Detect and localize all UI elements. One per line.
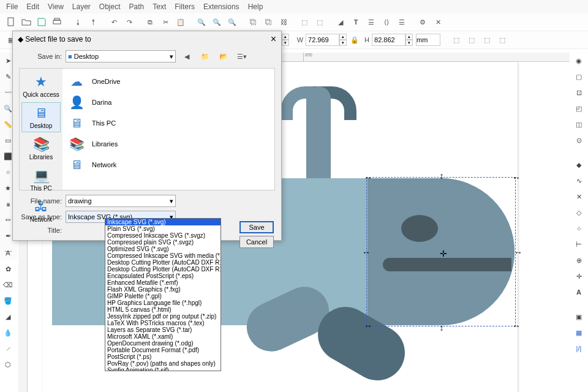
zoom-sel-icon[interactable]: 🔍 <box>194 15 209 29</box>
snap-node-icon[interactable]: ◆ <box>572 158 586 172</box>
file-this-pc[interactable]: 🖥This PC <box>65 113 272 134</box>
ungroup-icon[interactable]: ⬚ <box>312 15 327 29</box>
docprops-icon[interactable]: ✕ <box>431 15 445 29</box>
cut-icon[interactable]: ✂ <box>158 15 173 29</box>
import-icon[interactable]: ⭳ <box>70 15 85 29</box>
export-icon[interactable]: ⭱ <box>86 15 100 29</box>
snap-page-icon[interactable]: ▣ <box>572 310 586 323</box>
snap-edge-icon[interactable]: ⊡ <box>572 86 586 99</box>
snap-bbox-icon[interactable]: ▢ <box>572 70 586 83</box>
menu-edit[interactable]: Edit <box>26 2 39 11</box>
format-option[interactable]: Enhanced Metafile (*.emf) <box>105 279 221 286</box>
snap-guide-icon[interactable]: |/| <box>572 342 586 355</box>
copy-icon[interactable]: ⧉ <box>143 15 157 29</box>
place-libraries[interactable]: 📚Libraries <box>21 134 61 164</box>
snap-enable-icon[interactable]: ◉ <box>572 54 586 67</box>
file-list[interactable]: ☁OneDrive👤Darina🖥This PC📚Libraries🖥Netwo… <box>62 69 274 190</box>
format-option[interactable]: Compressed Inkscape SVG (*.svgz) <box>105 232 221 239</box>
format-option[interactable]: GIMP Palette (*.gpl) <box>105 293 221 300</box>
save-icon[interactable] <box>34 15 49 29</box>
format-option[interactable]: HTML 5 canvas (*.html) <box>105 306 221 313</box>
text-tool-icon[interactable]: A <box>1 246 15 260</box>
menu-extensions[interactable]: Extensions <box>203 2 239 11</box>
eraser-tool-icon[interactable]: ⌫ <box>1 278 15 292</box>
place-desktop[interactable]: 🖥Desktop <box>21 102 61 132</box>
format-option[interactable]: Flash XML Graphics (*.fxg) <box>105 286 221 293</box>
affect-corner-icon[interactable]: ⬚ <box>464 32 479 47</box>
close-icon[interactable]: × <box>271 34 276 45</box>
menu-help[interactable]: Help <box>248 2 263 11</box>
format-option[interactable]: Desktop Cutting Plotter (AutoCAD DXF R14… <box>105 266 221 273</box>
print-icon[interactable] <box>50 15 64 29</box>
format-option[interactable]: Compressed plain SVG (*.svgz) <box>105 239 221 246</box>
new-doc-icon[interactable] <box>4 15 18 29</box>
snap-mid-icon[interactable]: ◫ <box>572 118 586 131</box>
format-option[interactable]: Compressed Inkscape SVG with media (*.zi… <box>105 252 221 259</box>
group-icon[interactable]: ⬚ <box>297 15 312 29</box>
menu-path[interactable]: Path <box>129 2 145 11</box>
save-button[interactable]: Save <box>239 221 274 233</box>
save-in-combo[interactable]: ■ Desktop ▾ <box>66 50 176 62</box>
format-option[interactable]: Inkscape SVG (*.svg) <box>105 219 221 225</box>
zoom-draw-icon[interactable]: 🔍 <box>209 15 224 29</box>
snap-rot-center-icon[interactable]: ✛ <box>572 270 586 283</box>
open-icon[interactable] <box>19 15 34 29</box>
newfolder-icon[interactable]: 📂 <box>216 49 231 64</box>
snap-obj-center-icon[interactable]: ⊕ <box>572 254 586 267</box>
format-option[interactable]: Encapsulated PostScript (*.eps) <box>105 273 221 279</box>
selection-box[interactable]: ↔ ↕ ↔ ↔ ✛ ↔ ↔ ↕ ↔ <box>366 177 516 326</box>
h-input[interactable] <box>372 34 405 46</box>
dup-icon[interactable]: ⿻ <box>246 15 260 29</box>
prefs-icon[interactable]: ⚙ <box>415 15 430 29</box>
up-icon[interactable]: 📁 <box>198 49 213 64</box>
layers-icon[interactable]: ☰ <box>364 15 379 29</box>
affect-grad-icon[interactable]: ⬚ <box>480 32 494 47</box>
place-quick-access[interactable]: ★Quick access <box>21 71 61 101</box>
fill-tool-icon[interactable]: 🪣 <box>1 294 15 307</box>
format-option[interactable]: JessyInk zipped pdf or png output (*.zip… <box>105 313 221 320</box>
back-icon[interactable]: ◀ <box>179 49 194 64</box>
format-option[interactable]: PostScript (*.ps) <box>105 353 221 360</box>
undo-icon[interactable]: ↶ <box>107 15 121 29</box>
format-option[interactable]: Microsoft XAML (*.xaml) <box>105 333 221 340</box>
format-option[interactable]: OpenDocument drawing (*.odg) <box>105 340 221 347</box>
w-input[interactable] <box>306 34 339 46</box>
snap-grid-icon[interactable]: ▦ <box>572 326 586 339</box>
file-onedrive[interactable]: ☁OneDrive <box>65 71 272 92</box>
file-libraries[interactable]: 📚Libraries <box>65 134 272 154</box>
snap-cusp-icon[interactable]: ◇ <box>572 206 586 219</box>
w-spinner[interactable]: ▴▾ <box>339 34 347 46</box>
filename-input[interactable]: drawing▾ <box>66 195 176 207</box>
format-option[interactable]: Synfig Animation (*.sif) <box>105 367 221 371</box>
text-tool-icon[interactable]: T <box>349 15 363 29</box>
format-option[interactable]: Plain SVG (*.svg) <box>105 225 221 232</box>
format-option[interactable]: HP Graphics Language file (*.hpgl) <box>105 300 221 306</box>
redo-icon[interactable]: ↷ <box>122 15 137 29</box>
y-spinner[interactable]: ▴▾ <box>282 34 289 46</box>
menu-text[interactable]: Text <box>153 2 166 11</box>
spray-tool-icon[interactable]: ✿ <box>1 262 15 276</box>
snap-center-icon[interactable]: ⊙ <box>572 134 586 147</box>
clone-icon[interactable]: ⿻ <box>261 15 276 29</box>
format-option[interactable]: Layers as Separate SVG (*.tar) <box>105 326 221 333</box>
fill-stroke-icon[interactable]: ◢ <box>333 15 348 29</box>
h-spinner[interactable]: ▴▾ <box>405 34 413 46</box>
menu-view[interactable]: View <box>48 2 64 11</box>
dropper-tool-icon[interactable]: 💧 <box>1 326 15 339</box>
snap-path-icon[interactable]: ∿ <box>572 174 586 187</box>
place-this-pc[interactable]: 💻This PC <box>21 165 61 195</box>
type-dropdown[interactable]: Inkscape SVG (*.svg)Plain SVG (*.svg)Com… <box>105 218 221 371</box>
cancel-button[interactable]: Cancel <box>239 236 274 248</box>
menu-layer[interactable]: Layer <box>72 2 91 11</box>
lpe-tool-icon[interactable]: ⬡ <box>1 358 15 371</box>
paste-icon[interactable]: 📋 <box>173 15 188 29</box>
connector-tool-icon[interactable]: ⟋ <box>1 342 15 355</box>
snap-intersect-icon[interactable]: ✕ <box>572 190 586 203</box>
gradient-tool-icon[interactable]: ◢ <box>1 310 15 323</box>
format-option[interactable]: Portable Document Format (*.pdf) <box>105 347 221 353</box>
lock-aspect-icon[interactable]: 🔒 <box>347 32 362 47</box>
align-icon[interactable]: ☰ <box>394 15 409 29</box>
format-option[interactable]: LaTeX With PSTricks macros (*.tex) <box>105 320 221 326</box>
snap-text-icon[interactable]: A <box>572 285 586 299</box>
zoom-page-icon[interactable]: 🔍 <box>225 15 239 29</box>
